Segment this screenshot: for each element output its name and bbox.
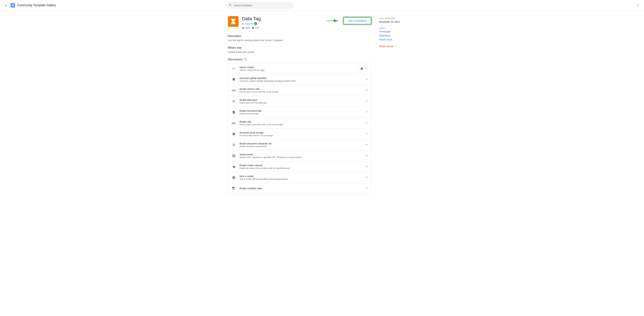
chevron-down-icon — [365, 67, 368, 71]
datalayer-icon — [231, 98, 237, 104]
permissions-help-icon[interactable]: ? — [244, 58, 247, 61]
permission-name: Reads cookie value(s) — [240, 164, 362, 167]
repository-link[interactable]: Repository — [379, 34, 416, 37]
verified-badge: ✓ — [254, 22, 257, 25]
content-area: Data Tag by stape-io ✓ WEB — [228, 16, 371, 199]
arrow-svg — [326, 18, 340, 23]
sidebar: LAST UPDATED November 14, 2021 LINKS Hom… — [379, 16, 416, 199]
more-options-button[interactable] — [634, 2, 641, 9]
permissions-section: Permissions ? Injects scripts Injects a … — [228, 58, 371, 194]
permission-item[interactable]: Reads document character set Reads docum… — [228, 140, 371, 151]
chevron-down-icon — [365, 110, 368, 114]
document-icon — [231, 109, 237, 115]
permission-actions — [365, 186, 368, 191]
homepage-link[interactable]: Homepage — [379, 30, 416, 33]
permission-desc: Reads document.characterSet — [240, 145, 362, 148]
permission-name: Reads document character set — [240, 142, 362, 145]
report-issue-link[interactable]: Report issue — [379, 38, 416, 41]
permission-text: Reads URL Returns part or all of the URL… — [240, 120, 362, 126]
tag-info: Data Tag by stape-io ✓ WEB — [242, 16, 323, 29]
cookie-icon — [231, 164, 237, 170]
permission-item[interactable]: Sets a cookie Sets a cookie with the spe… — [228, 172, 371, 183]
permission-actions — [360, 67, 368, 71]
svg-rect-2 — [12, 5, 13, 6]
tag-header: Data Tag by stape-io ✓ WEB — [228, 16, 371, 29]
report-abuse-link[interactable]: Report abuse — [379, 45, 416, 48]
permission-item[interactable]: Sends pixels Sends a GET request to a sp… — [228, 151, 371, 161]
url2-icon: URL — [231, 120, 237, 126]
permission-item[interactable]: URL Reads URL Returns part or all of the… — [228, 118, 371, 129]
permission-text: Injects scripts Injects a script into th… — [240, 66, 358, 71]
type-tag: TAG — [252, 27, 259, 29]
permission-text: Sends pixels Sends a GET request to a sp… — [240, 153, 362, 158]
chevron-down-icon — [365, 154, 368, 158]
description-title: Description — [228, 34, 371, 38]
main-content: Data Tag by stape-io ✓ WEB — [221, 11, 423, 204]
type-web: WEB — [242, 27, 250, 29]
permission-name: Reads URL — [240, 120, 362, 123]
add-to-workspace-button[interactable]: Add to workspace — [344, 17, 371, 24]
chevron-down-icon — [365, 88, 368, 93]
permission-actions — [365, 88, 368, 93]
green-arrow — [326, 18, 340, 23]
permission-item[interactable]: Reads cookie value(s) Reads the values o… — [228, 161, 371, 172]
permission-item[interactable]: Injects scripts Injects a script into th… — [228, 63, 371, 74]
search-icon — [229, 3, 232, 7]
permission-item[interactable]: Accesses local storage Accesses data sto… — [228, 129, 371, 140]
permission-text: Reads cookie value(s) Reads the values o… — [240, 164, 362, 169]
permission-item[interactable]: Reads document title Reads document.titl… — [228, 107, 371, 118]
permission-item[interactable]: Reads data layer Reads data from the dat… — [228, 96, 371, 107]
whats-new-text: Update DataLayer parser. — [228, 51, 371, 53]
variable-icon — [231, 76, 237, 83]
permission-actions — [365, 143, 368, 147]
permission-item[interactable]: Reads container data — [228, 183, 371, 194]
chevron-down-icon — [365, 77, 368, 82]
permission-actions — [365, 154, 368, 158]
permission-text: Reads referrer URL Returns part or all o… — [240, 88, 362, 93]
search-bar — [226, 2, 294, 9]
permission-actions — [365, 176, 368, 180]
last-updated-section: LAST UPDATED November 14, 2021 — [379, 17, 416, 23]
whats-new-section: What's new Update DataLayer parser. — [228, 46, 371, 53]
permission-name: Reads container data — [240, 187, 362, 190]
permission-text: Accesses global variables Accesses a glo… — [240, 77, 362, 82]
permission-desc: Returns part or all of the URL of the cu… — [240, 124, 362, 126]
tag-icon — [228, 16, 239, 27]
permission-name: Reads document title — [240, 110, 362, 112]
permission-item[interactable]: Accesses global variables Accesses a glo… — [228, 74, 371, 85]
links-section: LINKS Homepage Repository Report issue — [379, 27, 416, 41]
search-input[interactable] — [226, 2, 294, 9]
last-updated-label: LAST UPDATED — [379, 17, 416, 19]
permissions-list: Injects scripts Injects a script into th… — [228, 63, 371, 194]
permission-desc: Sends a GET request to a specified URL. … — [240, 156, 362, 158]
permission-name: Accesses local storage — [240, 131, 362, 134]
permission-desc: Reads data from the dataLayer — [240, 102, 362, 104]
permission-name: Accesses global variables — [240, 77, 362, 80]
datatag-icon-svg — [230, 18, 237, 25]
chevron-down-icon — [365, 143, 368, 147]
charset-icon — [231, 142, 237, 148]
setcookie-icon — [231, 175, 237, 181]
chevron-down-icon — [365, 121, 368, 125]
url-icon: URL — [231, 87, 237, 93]
tag-type-icon — [252, 27, 254, 29]
report-abuse-section: Report abuse — [379, 45, 416, 48]
permissions-title: Permissions ? — [228, 58, 371, 61]
tag-name: Data Tag — [242, 16, 323, 21]
author-link[interactable]: stape-io — [245, 22, 253, 25]
permission-name: Injects scripts — [240, 66, 358, 69]
back-button[interactable] — [3, 2, 10, 9]
container-icon — [231, 185, 237, 191]
add-workspace-area: Add to workspace — [326, 17, 371, 24]
chevron-down-icon — [365, 132, 368, 136]
permission-desc: Returns part or all of the URL of the re… — [240, 91, 362, 93]
warning-icon — [360, 67, 364, 71]
last-updated-value: November 14, 2021 — [379, 20, 416, 23]
app-title: Community Template Gallery — [17, 3, 56, 7]
permission-actions — [365, 77, 368, 82]
storage-icon — [231, 131, 237, 137]
permission-item[interactable]: URL Reads referrer URL Returns part or a… — [228, 85, 371, 96]
tag-types: WEB TAG — [242, 27, 323, 29]
chevron-down-icon — [365, 99, 368, 104]
permission-desc: Accesses a global variable (potentially … — [240, 80, 362, 82]
